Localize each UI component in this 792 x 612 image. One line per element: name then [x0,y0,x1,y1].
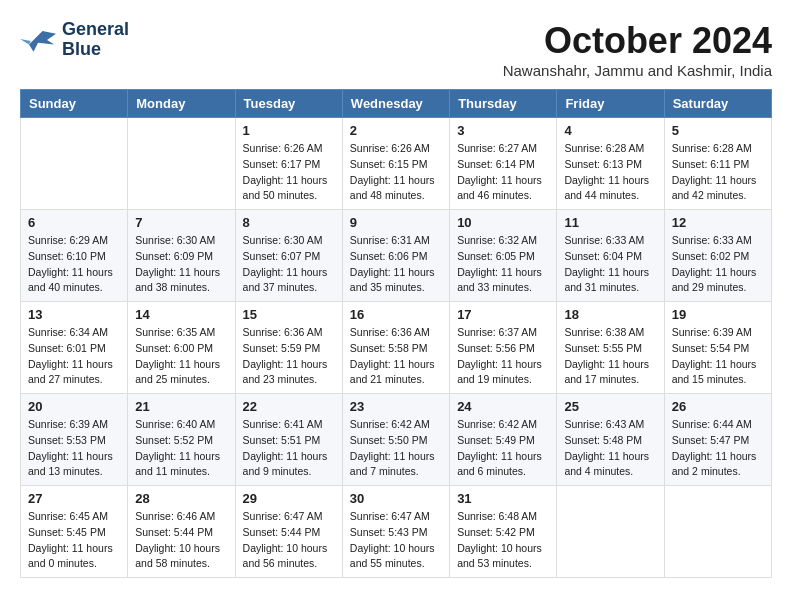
day-number: 14 [135,307,227,322]
calendar-cell: 28Sunrise: 6:46 AMSunset: 5:44 PMDayligh… [128,486,235,578]
day-info: Sunrise: 6:42 AMSunset: 5:50 PMDaylight:… [350,417,442,480]
calendar-cell: 23Sunrise: 6:42 AMSunset: 5:50 PMDayligh… [342,394,449,486]
day-number: 15 [243,307,335,322]
day-number: 3 [457,123,549,138]
calendar-cell [664,486,771,578]
day-info: Sunrise: 6:26 AMSunset: 6:15 PMDaylight:… [350,141,442,204]
calendar-cell: 26Sunrise: 6:44 AMSunset: 5:47 PMDayligh… [664,394,771,486]
day-info: Sunrise: 6:41 AMSunset: 5:51 PMDaylight:… [243,417,335,480]
day-info: Sunrise: 6:30 AMSunset: 6:09 PMDaylight:… [135,233,227,296]
month-title: October 2024 [503,20,772,62]
day-info: Sunrise: 6:28 AMSunset: 6:13 PMDaylight:… [564,141,656,204]
logo-icon [20,26,56,54]
page-header: General Blue October 2024 Nawanshahr, Ja… [20,20,772,79]
day-info: Sunrise: 6:27 AMSunset: 6:14 PMDaylight:… [457,141,549,204]
day-info: Sunrise: 6:47 AMSunset: 5:43 PMDaylight:… [350,509,442,572]
day-number: 8 [243,215,335,230]
day-number: 6 [28,215,120,230]
calendar-cell: 9Sunrise: 6:31 AMSunset: 6:06 PMDaylight… [342,210,449,302]
day-number: 23 [350,399,442,414]
day-number: 24 [457,399,549,414]
weekday-header: Wednesday [342,90,449,118]
calendar-week-row: 1Sunrise: 6:26 AMSunset: 6:17 PMDaylight… [21,118,772,210]
day-number: 21 [135,399,227,414]
weekday-header: Monday [128,90,235,118]
day-info: Sunrise: 6:37 AMSunset: 5:56 PMDaylight:… [457,325,549,388]
day-info: Sunrise: 6:26 AMSunset: 6:17 PMDaylight:… [243,141,335,204]
calendar-week-row: 6Sunrise: 6:29 AMSunset: 6:10 PMDaylight… [21,210,772,302]
day-info: Sunrise: 6:32 AMSunset: 6:05 PMDaylight:… [457,233,549,296]
day-info: Sunrise: 6:30 AMSunset: 6:07 PMDaylight:… [243,233,335,296]
day-info: Sunrise: 6:44 AMSunset: 5:47 PMDaylight:… [672,417,764,480]
calendar-cell: 2Sunrise: 6:26 AMSunset: 6:15 PMDaylight… [342,118,449,210]
calendar-table: SundayMondayTuesdayWednesdayThursdayFrid… [20,89,772,578]
calendar-week-row: 20Sunrise: 6:39 AMSunset: 5:53 PMDayligh… [21,394,772,486]
day-info: Sunrise: 6:47 AMSunset: 5:44 PMDaylight:… [243,509,335,572]
calendar-cell: 30Sunrise: 6:47 AMSunset: 5:43 PMDayligh… [342,486,449,578]
day-number: 13 [28,307,120,322]
day-number: 31 [457,491,549,506]
calendar-cell: 24Sunrise: 6:42 AMSunset: 5:49 PMDayligh… [450,394,557,486]
calendar-cell: 5Sunrise: 6:28 AMSunset: 6:11 PMDaylight… [664,118,771,210]
calendar-cell: 4Sunrise: 6:28 AMSunset: 6:13 PMDaylight… [557,118,664,210]
day-info: Sunrise: 6:35 AMSunset: 6:00 PMDaylight:… [135,325,227,388]
day-number: 9 [350,215,442,230]
day-number: 28 [135,491,227,506]
calendar-week-row: 27Sunrise: 6:45 AMSunset: 5:45 PMDayligh… [21,486,772,578]
calendar-cell: 14Sunrise: 6:35 AMSunset: 6:00 PMDayligh… [128,302,235,394]
calendar-cell: 31Sunrise: 6:48 AMSunset: 5:42 PMDayligh… [450,486,557,578]
day-number: 30 [350,491,442,506]
calendar-cell: 1Sunrise: 6:26 AMSunset: 6:17 PMDaylight… [235,118,342,210]
day-number: 5 [672,123,764,138]
calendar-cell: 19Sunrise: 6:39 AMSunset: 5:54 PMDayligh… [664,302,771,394]
weekday-header-row: SundayMondayTuesdayWednesdayThursdayFrid… [21,90,772,118]
svg-marker-1 [20,39,31,44]
calendar-cell: 29Sunrise: 6:47 AMSunset: 5:44 PMDayligh… [235,486,342,578]
day-info: Sunrise: 6:42 AMSunset: 5:49 PMDaylight:… [457,417,549,480]
day-info: Sunrise: 6:34 AMSunset: 6:01 PMDaylight:… [28,325,120,388]
day-number: 18 [564,307,656,322]
weekday-header: Thursday [450,90,557,118]
logo-text: General Blue [62,20,129,60]
day-number: 1 [243,123,335,138]
calendar-cell: 27Sunrise: 6:45 AMSunset: 5:45 PMDayligh… [21,486,128,578]
day-number: 12 [672,215,764,230]
day-info: Sunrise: 6:46 AMSunset: 5:44 PMDaylight:… [135,509,227,572]
day-info: Sunrise: 6:36 AMSunset: 5:58 PMDaylight:… [350,325,442,388]
day-info: Sunrise: 6:39 AMSunset: 5:53 PMDaylight:… [28,417,120,480]
calendar-cell [21,118,128,210]
calendar-cell: 12Sunrise: 6:33 AMSunset: 6:02 PMDayligh… [664,210,771,302]
svg-marker-0 [29,31,56,52]
calendar-cell [128,118,235,210]
day-info: Sunrise: 6:45 AMSunset: 5:45 PMDaylight:… [28,509,120,572]
day-number: 10 [457,215,549,230]
day-info: Sunrise: 6:43 AMSunset: 5:48 PMDaylight:… [564,417,656,480]
day-number: 4 [564,123,656,138]
calendar-cell: 18Sunrise: 6:38 AMSunset: 5:55 PMDayligh… [557,302,664,394]
weekday-header: Sunday [21,90,128,118]
location-title: Nawanshahr, Jammu and Kashmir, India [503,62,772,79]
day-number: 27 [28,491,120,506]
logo: General Blue [20,20,129,60]
calendar-cell: 3Sunrise: 6:27 AMSunset: 6:14 PMDaylight… [450,118,557,210]
weekday-header: Saturday [664,90,771,118]
day-number: 16 [350,307,442,322]
day-number: 2 [350,123,442,138]
day-info: Sunrise: 6:39 AMSunset: 5:54 PMDaylight:… [672,325,764,388]
calendar-cell: 25Sunrise: 6:43 AMSunset: 5:48 PMDayligh… [557,394,664,486]
day-number: 29 [243,491,335,506]
day-number: 7 [135,215,227,230]
day-info: Sunrise: 6:29 AMSunset: 6:10 PMDaylight:… [28,233,120,296]
day-info: Sunrise: 6:38 AMSunset: 5:55 PMDaylight:… [564,325,656,388]
day-info: Sunrise: 6:40 AMSunset: 5:52 PMDaylight:… [135,417,227,480]
calendar-week-row: 13Sunrise: 6:34 AMSunset: 6:01 PMDayligh… [21,302,772,394]
calendar-cell [557,486,664,578]
day-info: Sunrise: 6:28 AMSunset: 6:11 PMDaylight:… [672,141,764,204]
day-info: Sunrise: 6:33 AMSunset: 6:02 PMDaylight:… [672,233,764,296]
day-number: 11 [564,215,656,230]
calendar-cell: 10Sunrise: 6:32 AMSunset: 6:05 PMDayligh… [450,210,557,302]
weekday-header: Tuesday [235,90,342,118]
calendar-cell: 17Sunrise: 6:37 AMSunset: 5:56 PMDayligh… [450,302,557,394]
calendar-cell: 11Sunrise: 6:33 AMSunset: 6:04 PMDayligh… [557,210,664,302]
calendar-cell: 7Sunrise: 6:30 AMSunset: 6:09 PMDaylight… [128,210,235,302]
